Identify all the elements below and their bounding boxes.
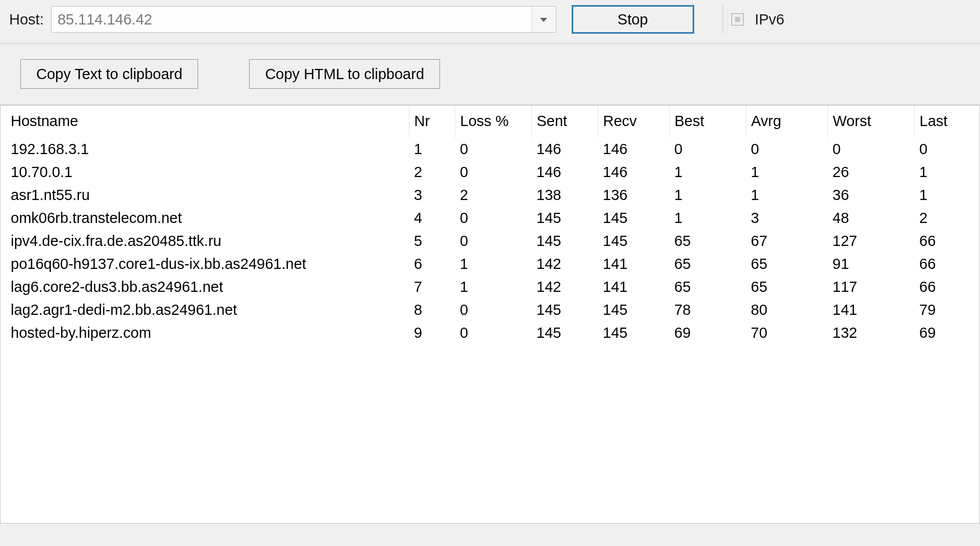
cell-nr: 6 [409, 253, 455, 276]
cell-best: 1 [669, 161, 746, 184]
cell-loss: 2 [455, 184, 531, 207]
host-label: Host: [9, 11, 44, 28]
cell-best: 0 [669, 138, 746, 161]
cell-last: 1 [914, 161, 980, 184]
cell-loss: 0 [455, 138, 531, 161]
col-last[interactable]: Last [914, 106, 980, 138]
host-input[interactable]: 85.114.146.42 [52, 11, 531, 28]
cell-avrg: 3 [746, 207, 827, 230]
cell-sent: 142 [531, 276, 598, 299]
col-best[interactable]: Best [669, 106, 746, 138]
cell-nr: 9 [409, 321, 455, 344]
cell-recv: 145 [598, 321, 669, 344]
cell-recv: 146 [598, 138, 669, 161]
cell-loss: 0 [455, 299, 531, 321]
host-combobox[interactable]: 85.114.146.42 [51, 6, 556, 33]
cell-hostname: ipv4.de-cix.fra.de.as20485.ttk.ru [1, 230, 409, 253]
cell-nr: 8 [409, 299, 455, 321]
cell-loss: 1 [455, 276, 531, 299]
host-dropdown-button[interactable] [531, 7, 556, 32]
cell-worst: 141 [827, 299, 914, 321]
copy-html-button[interactable]: Copy HTML to clipboard [249, 59, 440, 89]
col-hostname[interactable]: Hostname [1, 106, 409, 138]
table-row[interactable]: hosted-by.hiperz.com90145145697013269 [1, 321, 980, 344]
top-panel: Host: 85.114.146.42 Stop IPv6 [0, 0, 980, 44]
cell-hostname: 10.70.0.1 [1, 161, 409, 184]
cell-nr: 2 [409, 161, 455, 184]
copy-panel: Copy Text to clipboard Copy HTML to clip… [0, 44, 980, 105]
cell-sent: 145 [531, 230, 598, 253]
table-row[interactable]: 10.70.0.12014614611261 [1, 161, 980, 184]
cell-hostname: omk06rb.transtelecom.net [1, 207, 409, 230]
cell-loss: 0 [455, 230, 531, 253]
cell-avrg: 67 [746, 230, 827, 253]
cell-last: 66 [914, 253, 980, 276]
cell-nr: 4 [409, 207, 455, 230]
table-header-row: Hostname Nr Loss % Sent Recv Best Avrg W… [1, 106, 980, 138]
cell-worst: 0 [827, 138, 914, 161]
cell-recv: 136 [598, 184, 669, 207]
cell-sent: 146 [531, 161, 598, 184]
col-nr[interactable]: Nr [409, 106, 455, 138]
cell-worst: 36 [827, 184, 914, 207]
cell-avrg: 0 [746, 138, 827, 161]
table-row[interactable]: lag6.core2-dus3.bb.as24961.net7114214165… [1, 276, 980, 299]
table-row[interactable]: asr1.nt55.ru3213813611361 [1, 184, 980, 207]
cell-best: 65 [669, 276, 746, 299]
stop-button[interactable]: Stop [572, 5, 694, 34]
table-row[interactable]: omk06rb.transtelecom.net4014514513482 [1, 207, 980, 230]
col-recv[interactable]: Recv [598, 106, 669, 138]
cell-nr: 3 [409, 184, 455, 207]
trace-table-wrap: Hostname Nr Loss % Sent Recv Best Avrg W… [0, 105, 980, 524]
col-worst[interactable]: Worst [827, 106, 914, 138]
cell-nr: 5 [409, 230, 455, 253]
cell-worst: 91 [827, 253, 914, 276]
cell-last: 66 [914, 230, 980, 253]
copy-text-button[interactable]: Copy Text to clipboard [20, 59, 198, 89]
cell-worst: 117 [827, 276, 914, 299]
cell-last: 69 [914, 321, 980, 344]
cell-hostname: lag6.core2-dus3.bb.as24961.net [1, 276, 409, 299]
cell-best: 65 [669, 253, 746, 276]
col-sent[interactable]: Sent [531, 106, 598, 138]
table-row[interactable]: lag2.agr1-dedi-m2.bb.as24961.net80145145… [1, 299, 980, 321]
cell-last: 79 [914, 299, 980, 321]
cell-avrg: 80 [746, 299, 827, 321]
cell-hostname: 192.168.3.1 [1, 138, 409, 161]
cell-sent: 145 [531, 299, 598, 321]
cell-recv: 145 [598, 299, 669, 321]
cell-last: 1 [914, 184, 980, 207]
cell-best: 69 [669, 321, 746, 344]
cell-sent: 138 [531, 184, 598, 207]
cell-hostname: hosted-by.hiperz.com [1, 321, 409, 344]
cell-worst: 48 [827, 207, 914, 230]
col-loss[interactable]: Loss % [455, 106, 531, 138]
cell-hostname: lag2.agr1-dedi-m2.bb.as24961.net [1, 299, 409, 321]
cell-recv: 146 [598, 161, 669, 184]
cell-best: 78 [669, 299, 746, 321]
cell-avrg: 65 [746, 276, 827, 299]
cell-worst: 132 [827, 321, 914, 344]
cell-recv: 141 [598, 276, 669, 299]
table-row[interactable]: po16q60-h9137.core1-dus-ix.bb.as24961.ne… [1, 253, 980, 276]
ipv6-label: IPv6 [755, 11, 785, 28]
col-avrg[interactable]: Avrg [746, 106, 827, 138]
cell-avrg: 1 [746, 184, 827, 207]
cell-loss: 0 [455, 321, 531, 344]
cell-best: 65 [669, 230, 746, 253]
cell-hostname: asr1.nt55.ru [1, 184, 409, 207]
cell-sent: 145 [531, 321, 598, 344]
ipv6-checkbox[interactable] [731, 13, 744, 26]
cell-last: 2 [914, 207, 980, 230]
cell-loss: 1 [455, 253, 531, 276]
cell-worst: 26 [827, 161, 914, 184]
table-row[interactable]: ipv4.de-cix.fra.de.as20485.ttk.ru5014514… [1, 230, 980, 253]
cell-hostname: po16q60-h9137.core1-dus-ix.bb.as24961.ne… [1, 253, 409, 276]
cell-last: 0 [914, 138, 980, 161]
cell-sent: 145 [531, 207, 598, 230]
cell-loss: 0 [455, 207, 531, 230]
table-row[interactable]: 192.168.3.1101461460000 [1, 138, 980, 161]
cell-recv: 145 [598, 230, 669, 253]
trace-table: Hostname Nr Loss % Sent Recv Best Avrg W… [1, 106, 980, 344]
cell-loss: 0 [455, 161, 531, 184]
